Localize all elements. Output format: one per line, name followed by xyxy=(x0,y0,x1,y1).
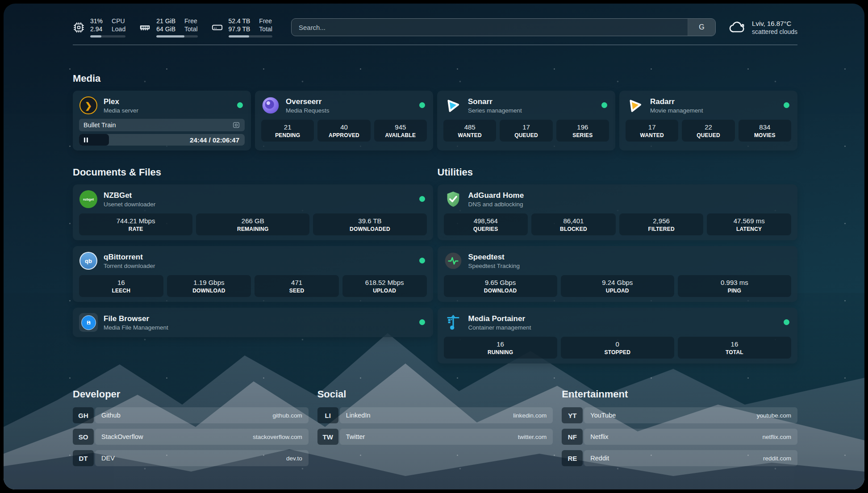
weather-condition: scattered clouds xyxy=(752,28,797,35)
now-playing-row: Bullet Train xyxy=(79,119,245,131)
disk-progress-track xyxy=(229,35,272,38)
stat-label: WANTED xyxy=(445,132,494,138)
section-title-social: Social xyxy=(317,389,553,400)
search-provider-button[interactable]: G xyxy=(688,19,715,36)
service-card-sonarr[interactable]: Sonarr Series management 485 WANTED 17 Q… xyxy=(437,91,615,150)
stat-box: 0.993 ms PING xyxy=(678,275,791,297)
service-title: Speedtest xyxy=(468,253,520,262)
service-card-adguard[interactable]: AdGuard Home DNS and adblocking 498,564 … xyxy=(438,184,798,240)
stat-value: 47.569 ms xyxy=(709,217,789,225)
stat-label: STOPPED xyxy=(563,349,672,355)
bookmark-name: Twitter xyxy=(346,433,365,440)
utilities-column: AdGuard Home DNS and adblocking 498,564 … xyxy=(438,184,798,363)
search-input[interactable] xyxy=(292,19,688,36)
service-title: File Browser xyxy=(104,314,168,323)
service-title: AdGuard Home xyxy=(468,191,524,200)
stat-box: 485 WANTED xyxy=(443,120,496,142)
bookmark-name: LinkedIn xyxy=(346,412,371,419)
service-subtitle: Media Requests xyxy=(286,107,330,114)
media-card-row: ❯ Plex Media server Bullet Train xyxy=(73,91,797,150)
stat-box: 17 QUEUED xyxy=(500,120,552,142)
bookmark-name: Reddit xyxy=(590,455,609,462)
stat-value: 86,401 xyxy=(533,217,614,225)
stat-box: 266 GB REMAINING xyxy=(196,213,309,235)
stat-value: 471 xyxy=(256,279,337,286)
stat-value: 9.65 Gbps xyxy=(446,279,555,286)
search-bar: G xyxy=(291,18,716,36)
service-card-qbittorrent[interactable]: qb qBittorrent Torrent downloader 16 LEE… xyxy=(73,246,433,302)
stat-label: APPROVED xyxy=(319,132,368,138)
stat-box: 16 RUNNING xyxy=(444,337,557,359)
bookmark-dev[interactable]: DT DEV dev.to xyxy=(73,450,309,466)
service-title: Radarr xyxy=(650,97,703,106)
stat-box: 945 AVAILABLE xyxy=(374,120,427,142)
cpu-stat: 31% 2.94 CPU Load xyxy=(73,17,125,38)
radarr-icon xyxy=(626,96,644,114)
service-card-filebrowser[interactable]: File Browser Media File Management xyxy=(73,308,433,337)
service-card-portainer[interactable]: Media Portainer Container management 16 … xyxy=(438,308,798,363)
top-header: 31% 2.94 CPU Load xyxy=(73,17,797,38)
service-subtitle: Torrent downloader xyxy=(104,263,155,269)
stat-label: UPLOAD xyxy=(344,288,425,294)
cpu-label-bottom: Load xyxy=(112,25,125,33)
stat-box: 2,956 FILTERED xyxy=(619,213,704,235)
stat-label: REMAINING xyxy=(198,226,308,232)
stat-label: AVAILABLE xyxy=(376,132,425,138)
cpu-label-top: CPU xyxy=(112,17,125,25)
service-card-nzbget[interactable]: nzbget NZBGet Usenet downloader 744.21 M… xyxy=(73,184,433,240)
documents-column: nzbget NZBGet Usenet downloader 744.21 M… xyxy=(73,184,433,337)
disk-progress-fill xyxy=(229,35,249,38)
stat-label: LATENCY xyxy=(709,226,789,232)
memory-stat: 21 GiB 64 GiB Free Total xyxy=(139,17,197,38)
stat-value: 744.21 Mbps xyxy=(81,217,191,225)
memory-free-value: 21 GiB xyxy=(156,17,175,25)
bookmark-name: YouTube xyxy=(590,412,616,419)
plex-icon: ❯ xyxy=(79,96,97,114)
bookmark-twitter[interactable]: TW Twitter twitter.com xyxy=(317,429,553,445)
status-online-dot xyxy=(419,196,425,202)
bookmark-url: dev.to xyxy=(286,455,302,462)
bookmark-url: stackoverflow.com xyxy=(253,434,302,440)
cpu-load-value: 2.94 xyxy=(90,25,103,33)
stat-value: 834 xyxy=(740,123,789,131)
stat-box: 17 WANTED xyxy=(626,120,678,142)
bookmark-abbr: DT xyxy=(73,450,94,466)
memory-total-value: 64 GiB xyxy=(156,25,175,33)
service-subtitle: Series management xyxy=(468,107,522,114)
stat-label: DOWNLOADED xyxy=(315,226,425,232)
overseerr-icon xyxy=(262,96,280,114)
stat-box: 22 QUEUED xyxy=(682,120,734,142)
stat-value: 16 xyxy=(446,340,555,348)
bookmark-linkedin[interactable]: LI LinkedIn linkedin.com xyxy=(317,407,553,423)
stat-box: 86,401 BLOCKED xyxy=(531,213,616,235)
stat-value: 22 xyxy=(684,123,733,131)
bookmark-stackoverflow[interactable]: SO StackOverflow stackoverflow.com xyxy=(73,429,309,445)
bookmark-url: twitter.com xyxy=(518,434,547,440)
stat-value: 17 xyxy=(627,123,676,131)
service-card-radarr[interactable]: Radarr Movie management 17 WANTED 22 QUE… xyxy=(619,91,797,150)
bookmark-abbr: SO xyxy=(73,429,94,445)
stat-value: 9.24 Gbps xyxy=(563,279,672,286)
service-card-overseerr[interactable]: Overseerr Media Requests 21 PENDING 40 A… xyxy=(255,91,433,150)
service-card-speedtest[interactable]: Speedtest Speedtest Tracking 9.65 Gbps D… xyxy=(438,246,798,302)
stat-label: WANTED xyxy=(627,132,676,138)
bookmark-github[interactable]: GH Github github.com xyxy=(73,407,309,423)
weather-widget: Lviv, 16.87°C scattered clouds xyxy=(728,18,797,36)
service-subtitle: Speedtest Tracking xyxy=(468,263,520,269)
service-title: Media Portainer xyxy=(468,314,531,323)
sonarr-icon xyxy=(444,96,462,114)
service-title: NZBGet xyxy=(104,191,155,200)
disk-free-value: 52.4 TB xyxy=(229,17,250,25)
bookmark-name: Github xyxy=(101,412,121,419)
speedtest-icon xyxy=(444,252,462,270)
service-card-plex[interactable]: ❯ Plex Media server Bullet Train xyxy=(73,91,251,150)
bookmark-youtube[interactable]: YT YouTube youtube.com xyxy=(562,407,797,423)
stat-value: 196 xyxy=(558,123,607,131)
disk-stat: 52.4 TB 97.9 TB Free Total xyxy=(211,17,272,38)
disk-total-value: 97.9 TB xyxy=(229,25,250,33)
stat-value: 485 xyxy=(445,123,494,131)
stat-box: 9.24 Gbps UPLOAD xyxy=(561,275,674,297)
bookmark-netflix[interactable]: NF Netflix netflix.com xyxy=(562,429,797,445)
stat-value: 21 xyxy=(263,123,312,131)
bookmark-reddit[interactable]: RE Reddit reddit.com xyxy=(562,450,797,466)
